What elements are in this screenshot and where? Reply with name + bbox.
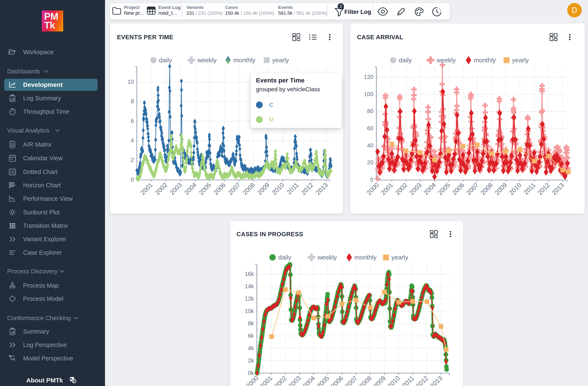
svg-text:EVENTS PER TIME: EVENTS PER TIME	[117, 34, 173, 40]
svg-text:Performance View: Performance View	[23, 195, 73, 202]
svg-text:2003: 2003	[408, 181, 423, 196]
svg-text:grouped by vehicleClass: grouped by vehicleClass	[256, 86, 320, 93]
svg-text:M: M	[269, 116, 274, 123]
svg-text:2006: 2006	[212, 181, 227, 196]
svg-text:100: 100	[364, 91, 373, 97]
svg-text:Conformance Checking: Conformance Checking	[7, 315, 71, 321]
svg-text:2002: 2002	[394, 181, 409, 196]
svg-text:daily: daily	[159, 57, 172, 64]
svg-text:2013: 2013	[429, 374, 444, 386]
svg-text:2007: 2007	[465, 181, 480, 196]
svg-text:0: 0	[131, 177, 134, 183]
svg-text:2006: 2006	[451, 181, 466, 196]
svg-text:monthly: monthly	[474, 57, 496, 64]
svg-text:yearly: yearly	[391, 254, 408, 261]
svg-text:weekly: weekly	[317, 254, 337, 261]
svg-text:2011: 2011	[285, 181, 300, 196]
svg-text:12k: 12k	[245, 296, 254, 302]
svg-text:2009: 2009	[372, 374, 387, 386]
svg-text:monthly: monthly	[233, 57, 255, 64]
svg-text:yearly: yearly	[272, 57, 289, 64]
svg-text:2002: 2002	[273, 374, 288, 386]
svg-text:10: 10	[128, 79, 134, 85]
svg-text:80: 80	[367, 108, 373, 114]
svg-text:daily: daily	[399, 57, 412, 64]
svg-text:Sunburst Plot: Sunburst Plot	[23, 209, 60, 216]
svg-text:2003: 2003	[287, 374, 302, 386]
svg-text:Dashboards: Dashboards	[7, 68, 40, 75]
svg-text:150.4k / 150.4k (100%): 150.4k / 150.4k (100%)	[225, 10, 274, 16]
svg-text:2001: 2001	[259, 374, 274, 386]
svg-text:Throughput Time: Throughput Time	[23, 108, 69, 115]
svg-text:monthly: monthly	[355, 254, 377, 261]
svg-text:Log Summary: Log Summary	[23, 95, 61, 101]
svg-text:Process Model: Process Model	[23, 295, 63, 302]
svg-text:2005: 2005	[198, 181, 212, 196]
svg-text:2012: 2012	[536, 181, 551, 196]
svg-text:0k: 0k	[248, 370, 254, 376]
svg-text:2010: 2010	[271, 181, 285, 196]
svg-text:yearly: yearly	[512, 57, 529, 64]
svg-text:16k: 16k	[245, 271, 254, 277]
svg-text:Variants: Variants	[187, 5, 204, 10]
svg-text:20: 20	[367, 159, 373, 166]
svg-text:Development: Development	[23, 81, 63, 88]
svg-text:Cases: Cases	[225, 5, 238, 10]
svg-text:8: 8	[131, 98, 134, 104]
svg-text:2011: 2011	[401, 374, 415, 386]
svg-text:2004: 2004	[183, 181, 198, 196]
svg-text:New pr...: New pr...	[124, 10, 144, 16]
svg-text:CASE ARRIVAL: CASE ARRIVAL	[357, 34, 403, 40]
svg-text:2001: 2001	[139, 181, 154, 196]
svg-text:Summary: Summary	[23, 328, 49, 335]
svg-text:2: 2	[339, 4, 342, 9]
svg-text:6k: 6k	[248, 333, 254, 339]
svg-text:2008: 2008	[241, 181, 256, 196]
svg-text:Workspace: Workspace	[23, 49, 54, 55]
svg-text:2006: 2006	[330, 374, 345, 386]
svg-text:Process Map: Process Map	[23, 282, 59, 289]
svg-text:4: 4	[131, 137, 134, 144]
svg-text:2003: 2003	[168, 181, 183, 196]
svg-text:2009: 2009	[494, 181, 508, 196]
svg-text:14k: 14k	[245, 283, 254, 290]
svg-text:2004: 2004	[422, 181, 437, 196]
svg-text:Process Discovery: Process Discovery	[7, 268, 58, 275]
svg-text:2012: 2012	[300, 181, 315, 196]
svg-text:561.5k / 561.5k (100%): 561.5k / 561.5k (100%)	[278, 10, 327, 16]
svg-text:2: 2	[131, 157, 134, 163]
svg-text:daily: daily	[278, 254, 291, 261]
svg-text:2001: 2001	[380, 181, 395, 196]
svg-text:Calendar View: Calendar View	[23, 155, 63, 161]
svg-text:2009: 2009	[256, 181, 271, 196]
svg-text:Events per Time: Events per Time	[256, 77, 304, 84]
svg-text:231 / 231 (100%): 231 / 231 (100%)	[187, 10, 223, 16]
svg-text:Case Explorer: Case Explorer	[23, 249, 62, 256]
svg-text:Log Perspective: Log Perspective	[23, 342, 67, 348]
svg-text:Model Perspective: Model Perspective	[23, 355, 73, 362]
svg-text:2007: 2007	[344, 374, 359, 386]
svg-text:Events: Events	[278, 5, 293, 10]
svg-text:2004: 2004	[301, 374, 316, 386]
svg-text:weekly: weekly	[197, 57, 217, 64]
svg-text:Event Log: Event Log	[158, 5, 181, 10]
svg-text:10k: 10k	[245, 308, 254, 314]
svg-text:2010: 2010	[508, 181, 523, 196]
svg-text:2008: 2008	[479, 181, 494, 196]
svg-text:2010: 2010	[386, 374, 401, 386]
svg-text:Variant Explorer: Variant Explorer	[23, 236, 66, 243]
svg-text:CASES IN PROGRESS: CASES IN PROGRESS	[236, 231, 303, 237]
svg-text:2011: 2011	[522, 181, 537, 196]
svg-text:120: 120	[364, 74, 373, 80]
svg-text:2000: 2000	[365, 181, 380, 196]
svg-text:2008: 2008	[358, 374, 373, 386]
svg-text:A/R Matrix: A/R Matrix	[23, 141, 52, 148]
svg-text:weekly: weekly	[436, 57, 456, 64]
svg-text:2k: 2k	[248, 357, 254, 364]
svg-text:4k: 4k	[248, 345, 254, 351]
svg-text:Horizon Chart: Horizon Chart	[23, 182, 61, 189]
svg-text:0: 0	[370, 177, 373, 183]
svg-text:2007: 2007	[227, 181, 242, 196]
svg-text:2013: 2013	[314, 181, 329, 196]
svg-text:C: C	[269, 102, 273, 108]
